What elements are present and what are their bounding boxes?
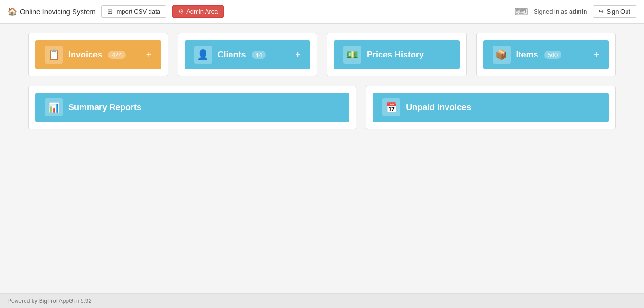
footer: Powered by BigProf AppGini 5.92: [0, 293, 644, 308]
summary-reports-icon: 📊: [48, 102, 60, 113]
signed-in-text: Signed in as admin: [534, 8, 587, 15]
summary-reports-label: Summary Reports: [68, 103, 141, 113]
signout-icon: ↪: [599, 8, 604, 15]
unpaid-invoices-label: Unpaid invoices: [406, 103, 471, 113]
clients-label: Clients: [218, 50, 246, 60]
items-label: Items: [516, 50, 538, 60]
clients-icon: 👤: [197, 49, 209, 60]
brand-title: Online Inovicing System: [20, 8, 96, 16]
grid-icon: ⊞: [107, 8, 113, 15]
admin-label: Admin Area: [186, 8, 218, 15]
invoices-badge: 424: [108, 51, 126, 59]
clients-add-icon[interactable]: +: [295, 50, 301, 59]
summary-reports-card: 📊 Summary Reports: [28, 86, 356, 129]
prices-history-card: 💵 Prices History: [327, 33, 467, 76]
signed-in-prefix: Signed in as: [534, 8, 569, 15]
admin-area-button[interactable]: ⚙ Admin Area: [172, 5, 224, 18]
import-label: Import CSV data: [115, 8, 160, 15]
unpaid-invoices-card: 📅 Unpaid invoices: [366, 86, 616, 129]
gear-icon: ⚙: [178, 8, 184, 15]
navbar-right: ⌨ Signed in as admin ↪ Sign Out: [514, 5, 636, 18]
brand-link[interactable]: 🏠 Online Inovicing System: [8, 7, 96, 16]
invoices-button[interactable]: 📋 Invoices 424 +: [35, 40, 161, 69]
items-card: 📦 Items 500 +: [476, 33, 616, 76]
clients-icon-box: 👤: [194, 46, 212, 64]
invoices-icon: 📋: [48, 49, 60, 60]
card-row-2: 📊 Summary Reports 📅 Unpaid invoices: [28, 86, 616, 129]
unpaid-invoices-icon: 📅: [386, 102, 397, 113]
clients-badge: 44: [252, 51, 266, 59]
clients-card: 👤 Clients 44 +: [178, 33, 318, 76]
signout-button[interactable]: ↪ Sign Out: [593, 5, 636, 18]
items-icon: 📦: [495, 49, 507, 60]
card-row-1: 📋 Invoices 424 + 👤 Clients 44 + 💵: [28, 33, 616, 76]
invoices-label: Invoices: [68, 50, 102, 60]
unpaid-invoices-icon-box: 📅: [382, 98, 400, 116]
clients-button[interactable]: 👤 Clients 44 +: [185, 40, 311, 69]
invoices-card: 📋 Invoices 424 +: [28, 33, 168, 76]
import-csv-button[interactable]: ⊞ Import CSV data: [101, 5, 166, 18]
main-content: 📋 Invoices 424 + 👤 Clients 44 + 💵: [0, 24, 644, 293]
signed-in-user: admin: [569, 8, 587, 15]
unpaid-invoices-button[interactable]: 📅 Unpaid invoices: [373, 93, 609, 122]
prices-history-icon: 💵: [347, 49, 358, 60]
footer-text: Powered by BigProf AppGini 5.92: [8, 298, 91, 304]
items-add-icon[interactable]: +: [594, 50, 599, 59]
invoices-icon-box: 📋: [45, 46, 63, 64]
signout-label: Sign Out: [606, 8, 630, 15]
prices-history-label: Prices History: [367, 50, 424, 60]
home-icon: 🏠: [8, 7, 17, 16]
items-button[interactable]: 📦 Items 500 +: [483, 40, 609, 69]
items-icon-box: 📦: [493, 46, 511, 64]
navbar: 🏠 Online Inovicing System ⊞ Import CSV d…: [0, 0, 644, 24]
summary-reports-button[interactable]: 📊 Summary Reports: [35, 93, 349, 122]
keyboard-icon: ⌨: [514, 6, 528, 17]
invoices-add-icon[interactable]: +: [146, 50, 152, 59]
prices-history-icon-box: 💵: [343, 46, 361, 64]
prices-history-button[interactable]: 💵 Prices History: [334, 40, 460, 69]
summary-reports-icon-box: 📊: [45, 98, 63, 116]
items-badge: 500: [544, 51, 562, 59]
